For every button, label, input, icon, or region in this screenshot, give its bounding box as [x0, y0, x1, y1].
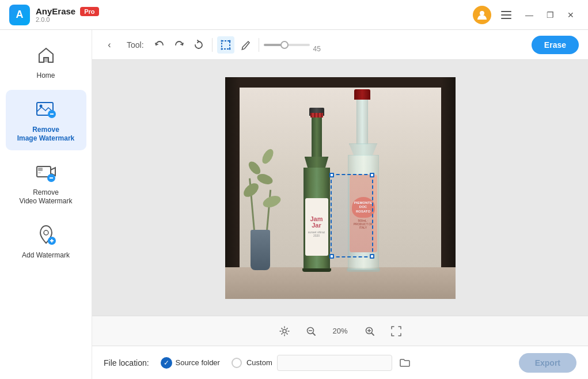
- window-border-left: [225, 77, 240, 299]
- zoom-in-button[interactable]: [361, 323, 378, 340]
- app-name: AnyErase: [36, 6, 75, 16]
- clear-bottle-cap: [354, 89, 370, 100]
- shelf: [225, 267, 456, 299]
- clear-bottle-body: PIEMONTEDOCROSATO 500mL · PRODUCT OF ITA…: [348, 155, 379, 270]
- clear-bottle-neck: [356, 98, 368, 145]
- app-name-version: AnyErase Pro 2.0.0: [36, 6, 99, 23]
- clear-bottle-base: [347, 268, 380, 272]
- svg-point-14: [44, 230, 48, 235]
- size-slider-wrap: 45: [264, 37, 321, 53]
- sidebar-remove-image-label: RemoveImage Watermark: [17, 126, 75, 143]
- undo-button[interactable]: [151, 36, 168, 54]
- green-bottle-body: Jam Jar sunset shiraz2020: [304, 168, 330, 270]
- source-folder-check[interactable]: ✓: [161, 357, 172, 369]
- window-border-top: [240, 77, 441, 88]
- svg-point-0: [480, 11, 484, 16]
- add-watermark-icon: [33, 222, 59, 248]
- label-circle: PIEMONTEDOCROSATO: [352, 197, 375, 218]
- footer: File location: ✓ Source folder Custom Ex…: [92, 346, 588, 379]
- svg-rect-2: [501, 14, 511, 16]
- sidebar-item-add-watermark[interactable]: Add Watermark: [6, 215, 86, 267]
- bottom-controls: 20%: [92, 316, 588, 346]
- sidebar-remove-video-label: RemoveVideo Watermark: [19, 188, 72, 206]
- clear-bottle-label: PIEMONTEDOCROSATO 500mL · PRODUCT OF ITA…: [350, 175, 377, 252]
- window-controls: — ❐ ✕: [521, 7, 579, 23]
- avatar-icon[interactable]: [473, 6, 491, 24]
- size-slider[interactable]: [264, 44, 310, 46]
- remove-video-icon: [33, 160, 59, 185]
- custom-path-input[interactable]: [277, 355, 392, 371]
- redo-button[interactable]: [170, 36, 188, 54]
- tool-buttons: 45: [151, 36, 321, 54]
- main-layout: Home RemoveImage Watermark: [0, 30, 588, 379]
- bottles-image: Jam Jar sunset shiraz2020: [225, 77, 456, 299]
- fit-button[interactable]: [388, 323, 405, 340]
- titlebar-left: A AnyErase Pro 2.0.0: [9, 5, 99, 25]
- svg-point-23: [283, 329, 286, 333]
- separator: [212, 38, 213, 52]
- label-bottom: 500mL · PRODUCT OF ITALY: [353, 219, 374, 229]
- zoom-level: 20%: [329, 327, 352, 335]
- plant-vase: [251, 230, 270, 270]
- svg-rect-4: [44, 58, 48, 62]
- remove-image-icon: [33, 97, 59, 122]
- tool-label: Tool:: [127, 40, 144, 50]
- erase-button[interactable]: Erase: [532, 36, 579, 54]
- hamburger-button[interactable]: [498, 7, 514, 23]
- svg-rect-1: [501, 11, 511, 12]
- content-area: ‹ Tool:: [92, 30, 588, 379]
- pro-badge: Pro: [80, 7, 98, 16]
- toolbar: ‹ Tool:: [92, 30, 588, 60]
- svg-line-30: [371, 333, 374, 335]
- custom-radio[interactable]: [232, 358, 242, 368]
- zoom-out-button[interactable]: [302, 323, 320, 340]
- canvas-area[interactable]: Jam Jar sunset shiraz2020: [92, 60, 588, 316]
- svg-line-26: [313, 333, 315, 335]
- back-button[interactable]: ‹: [101, 37, 117, 53]
- green-bottle-foil: [310, 113, 323, 118]
- pan-button[interactable]: [276, 323, 293, 340]
- sidebar: Home RemoveImage Watermark: [0, 30, 92, 379]
- image-container: Jam Jar sunset shiraz2020: [225, 77, 456, 299]
- rect-tool-button[interactable]: [217, 36, 234, 54]
- svg-rect-18: [222, 41, 230, 49]
- svg-point-20: [229, 40, 230, 41]
- green-bottle-neck: [312, 115, 322, 158]
- svg-point-19: [221, 40, 222, 41]
- folder-browse-button[interactable]: [397, 355, 413, 371]
- rotate-button[interactable]: [190, 36, 207, 54]
- export-button[interactable]: Export: [519, 353, 576, 373]
- svg-rect-3: [501, 18, 511, 19]
- green-bottle-base: [302, 268, 331, 272]
- svg-rect-10: [38, 168, 43, 171]
- sidebar-item-remove-image[interactable]: RemoveImage Watermark: [6, 90, 86, 150]
- svg-point-21: [221, 48, 222, 50]
- label-piemonte: PIEMONTEDOCROSATO: [354, 201, 372, 214]
- app-version: 2.0.0: [36, 16, 99, 23]
- home-icon: [33, 43, 59, 68]
- custom-wrap[interactable]: Custom: [232, 355, 413, 371]
- source-folder-label: Source folder: [176, 358, 220, 367]
- titlebar: A AnyErase Pro 2.0.0 — ❐ ✕: [0, 0, 588, 30]
- sidebar-item-home[interactable]: Home: [6, 36, 86, 88]
- close-button[interactable]: ✕: [563, 7, 579, 23]
- minimize-button[interactable]: —: [521, 7, 537, 23]
- source-folder-wrap[interactable]: ✓ Source folder: [161, 357, 220, 369]
- label-jam: Jam: [310, 216, 323, 222]
- titlebar-right: — ❐ ✕: [473, 6, 579, 24]
- file-location-label: File location:: [104, 358, 149, 367]
- size-number: 45: [313, 45, 321, 53]
- label-jar: Jar: [312, 222, 321, 229]
- svg-rect-11: [38, 172, 41, 173]
- app-logo: A: [9, 5, 30, 25]
- brush-tool-button[interactable]: [237, 36, 254, 54]
- svg-point-22: [229, 48, 230, 50]
- maximize-button[interactable]: ❐: [542, 7, 558, 23]
- green-bottle-label: Jam Jar sunset shiraz2020: [305, 198, 328, 256]
- separator2: [259, 38, 259, 52]
- sidebar-item-remove-video[interactable]: RemoveVideo Watermark: [6, 153, 86, 213]
- sidebar-add-watermark-label: Add Watermark: [22, 251, 70, 260]
- label-small: sunset shiraz2020: [308, 230, 325, 238]
- custom-label: Custom: [246, 358, 272, 367]
- window-border-right: [441, 77, 456, 299]
